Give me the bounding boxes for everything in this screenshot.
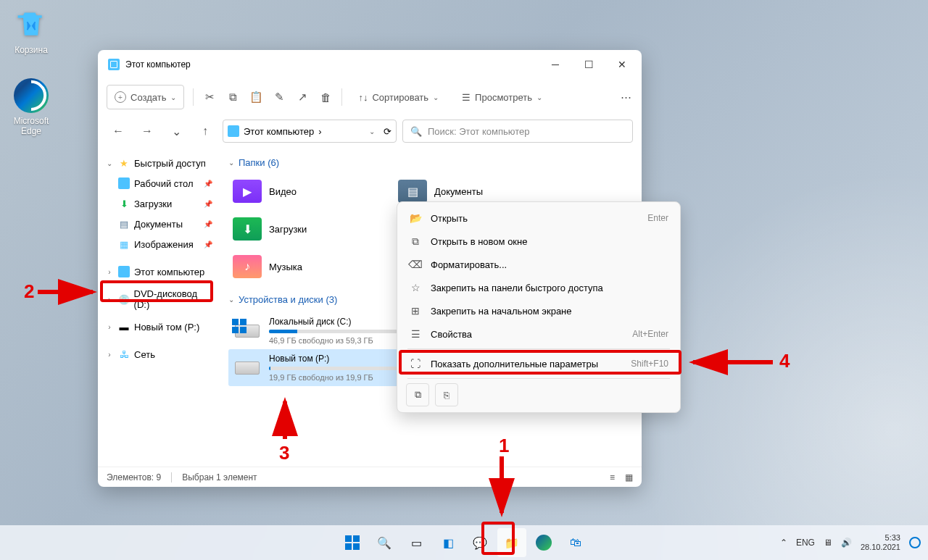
minimize-button[interactable]: ─	[539, 53, 572, 76]
view-tiles-icon[interactable]: ▦	[625, 472, 633, 482]
notifications-icon[interactable]	[909, 537, 921, 548]
refresh-icon[interactable]: ⟳	[384, 126, 392, 137]
search-button[interactable]: 🔍	[370, 528, 399, 557]
chevron-down-icon: ⌄	[228, 296, 234, 304]
picture-icon: ▦	[118, 238, 130, 250]
sidebar-quick-access[interactable]: ⌄ ★ Быстрый доступ	[101, 153, 217, 173]
drive-p[interactable]: Новый том (P:) 19,9 ГБ свободно из 19,9 …	[228, 349, 402, 386]
chat-button[interactable]: 💬	[465, 528, 494, 557]
copy-icon[interactable]: ⧉	[406, 383, 429, 406]
maximize-button[interactable]: ☐	[572, 53, 605, 76]
sort-label: Сортировать	[372, 92, 428, 103]
sort-button[interactable]: ↑↓ Сортировать ⌄	[351, 85, 446, 109]
tray-chevron-icon[interactable]: ⌃	[780, 538, 787, 548]
network-icon[interactable]: 🖥	[824, 538, 832, 548]
cut-icon[interactable]: ✂	[202, 90, 217, 104]
download-icon: ⬇	[118, 198, 130, 209]
separator	[407, 348, 670, 349]
breadcrumb-sep: ›	[318, 126, 321, 137]
volume-icon[interactable]: 🔊	[841, 538, 852, 548]
clock[interactable]: 5:33 28.10.2021	[861, 533, 900, 552]
paste-icon[interactable]: 📋	[249, 90, 263, 104]
task-view-button[interactable]: ▭	[402, 528, 431, 557]
desktop-recycle-bin[interactable]: Корзина	[4, 7, 59, 55]
copy-icon[interactable]: ⧉	[225, 90, 240, 104]
toolbar: + Создать ⌄ ✂ ⧉ 📋 ✎ ↗ 🗑 ↑↓ Сортировать ⌄…	[98, 79, 642, 115]
folder-downloads[interactable]: ⬇ Загрузки	[228, 213, 388, 245]
documents-folder-icon: ▤	[398, 180, 427, 203]
up-button[interactable]: ↑	[194, 120, 217, 143]
ctx-properties[interactable]: ☰ Свойства Alt+Enter	[402, 322, 676, 346]
view-button[interactable]: ☰ Просмотреть ⌄	[455, 85, 550, 109]
rename-icon[interactable]: ✎	[272, 90, 286, 104]
address-bar[interactable]: Этот компьютер › ⌄ ⟳	[223, 120, 397, 143]
ctx-open[interactable]: 📂 Открыть Enter	[402, 206, 676, 230]
chevron-right-icon: ›	[105, 268, 114, 276]
recent-button[interactable]: ⌄	[165, 120, 188, 143]
more-icon[interactable]: ⋯	[618, 90, 633, 104]
forward-button[interactable]: →	[136, 120, 159, 143]
sidebar-item-documents[interactable]: ▤ Документы 📌	[101, 214, 217, 234]
chevron-down-icon: ⌄	[536, 93, 542, 101]
close-button[interactable]: ✕	[605, 53, 639, 76]
music-folder-icon: ♪	[233, 255, 262, 278]
navbar: ← → ⌄ ↑ Этот компьютер › ⌄ ⟳ 🔍 Поиск: Эт…	[98, 115, 642, 147]
drive-c[interactable]: Локальный диск (C:) 46,9 ГБ свободно из …	[228, 312, 402, 349]
desktop-edge[interactable]: Microsoft Edge	[4, 78, 59, 136]
sidebar-network[interactable]: › 🖧 Сеть	[101, 344, 217, 364]
plus-icon: +	[115, 91, 126, 103]
chevron-down-icon: ⌄	[228, 159, 234, 167]
widgets-button[interactable]: ◧	[434, 528, 463, 557]
video-folder-icon: ▶	[233, 180, 262, 203]
sidebar-item-downloads[interactable]: ⬇ Загрузки 📌	[101, 193, 217, 214]
separator	[407, 378, 670, 379]
search-icon: 🔍	[410, 126, 422, 137]
pin-icon: 📌	[204, 241, 212, 248]
arrow-4	[689, 355, 776, 372]
ctx-pin-start[interactable]: ⊞ Закрепить на начальном экране	[402, 299, 676, 322]
start-button[interactable]	[338, 528, 367, 557]
edge-taskbar-button[interactable]	[529, 528, 558, 557]
ctx-open-new-window[interactable]: ⧉ Открыть в новом окне	[402, 230, 676, 253]
explorer-taskbar-button[interactable]: 📁	[497, 528, 526, 557]
sidebar-item-pictures[interactable]: ▦ Изображения 📌	[101, 234, 217, 254]
annotation-4: 4	[779, 350, 790, 372]
drive-icon	[233, 358, 262, 378]
paste-icon[interactable]: ⎘	[435, 383, 458, 406]
network-icon: 🖧	[118, 348, 130, 360]
quick-label: Быстрый доступ	[134, 158, 206, 169]
titlebar[interactable]: Этот компьютер ─ ☐ ✕	[98, 50, 642, 79]
new-button[interactable]: + Создать ⌄	[107, 85, 184, 109]
window-icon	[108, 59, 120, 70]
sort-icon: ↑↓	[358, 92, 368, 103]
sidebar-new-volume[interactable]: › ▬ Новый том (P:)	[101, 317, 217, 337]
dvd-icon: 💿	[118, 293, 130, 305]
share-icon[interactable]: ↗	[295, 90, 310, 104]
folder-video[interactable]: ▶ Видео	[228, 175, 388, 207]
folders-group-header[interactable]: ⌄ Папки (6)	[228, 157, 633, 168]
folder-icon: 📂	[409, 212, 422, 225]
delete-icon[interactable]: 🗑	[318, 90, 333, 104]
ctx-extra-row: ⧉ ⎘	[402, 382, 676, 408]
chevron-right-icon: ›	[105, 296, 114, 304]
window-title: Этот компьютер	[125, 59, 539, 70]
folder-music[interactable]: ♪ Музыка	[228, 251, 388, 283]
back-button[interactable]: ←	[107, 120, 130, 143]
search-bar[interactable]: 🔍 Поиск: Этот компьютер	[402, 120, 633, 143]
view-details-icon[interactable]: ≡	[610, 472, 615, 482]
separator	[193, 88, 194, 106]
sidebar-dvd[interactable]: › 💿 DVD-дисковод (D:)	[101, 289, 217, 309]
star-icon: ★	[118, 157, 130, 169]
ctx-pin-quick[interactable]: ☆ Закрепить на панели быстрого доступа	[402, 276, 676, 299]
sidebar-item-desktop[interactable]: Рабочий стол 📌	[101, 173, 217, 193]
ctx-format[interactable]: ⌫ Форматировать...	[402, 253, 676, 276]
sidebar-this-pc[interactable]: › Этот компьютер	[101, 262, 217, 282]
lang-indicator[interactable]: ENG	[796, 538, 815, 548]
chevron-down-icon[interactable]: ⌄	[369, 128, 375, 135]
recycle-icon	[14, 7, 49, 42]
store-button[interactable]: 🛍	[561, 528, 590, 557]
pin-icon: 📌	[204, 200, 212, 208]
ctx-show-more[interactable]: ⛶ Показать дополнительные параметры Shif…	[402, 352, 676, 375]
edge-label: Microsoft Edge	[4, 116, 59, 136]
chevron-right-icon: ›	[105, 351, 114, 359]
